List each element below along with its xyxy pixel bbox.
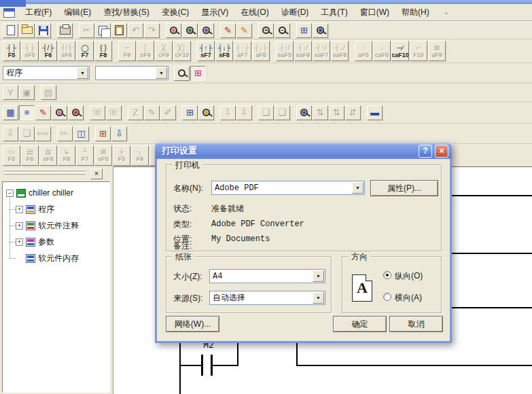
portrait-label[interactable]: 纵向(O) [395,270,423,282]
data-name-combo[interactable]: ▼ [95,66,169,80]
panel-grip[interactable] [4,173,86,175]
tree-item-label[interactable]: 参数 [38,236,54,248]
expand-icon[interactable]: + [16,222,23,230]
device-edit-find-button[interactable] [68,105,84,120]
cancel-button[interactable]: 取消 [389,316,443,332]
tree-sort-down-button[interactable]: ⇩ [111,126,127,141]
tree-item-row-4[interactable]: 软元件内存 [16,251,79,265]
orientation-group: 方向 A 纵向(O) 横向(A) [342,256,442,313]
comment-display-button[interactable]: ⊞ [296,23,312,38]
save-project-button[interactable] [35,23,51,38]
rising-pulse-button[interactable]: ┤↑├sF7 [197,41,215,61]
menu-6[interactable]: 在线(O) [234,5,274,20]
print-button[interactable] [57,23,73,38]
find-device-button[interactable] [182,23,198,38]
sfc-jump-key-label: F8 [63,156,71,162]
dialog-titlebar[interactable]: 打印设置 ? × [155,143,452,159]
open-contact-button[interactable]: ┤├F5 [3,41,20,61]
chevron-down-icon[interactable]: ▼ [156,67,167,79]
list-view-button[interactable]: ≡ [19,105,35,120]
expand-icon[interactable]: + [16,206,23,213]
down-convert-icon: ↓ [380,44,384,52]
tree-item-label[interactable]: 软元件注释 [38,220,79,232]
tree-item-label[interactable]: 软元件内存 [38,253,79,264]
status-bar-monitor-button[interactable]: ▬ [367,105,383,120]
window-tile-icon: ❏ [262,108,270,117]
zoom-out-button[interactable]: − [274,23,290,38]
menu-2[interactable]: 编辑(E) [58,5,97,20]
monitor-write-mode-button[interactable]: ✎ [236,23,252,38]
tree-item-row-2[interactable]: +软元件注释 [16,219,79,232]
device-batch-monitor-button[interactable]: ⊞ [182,105,198,120]
falling-pulse-button[interactable]: ┤↓├sF8 [215,41,233,61]
menu-8[interactable]: 工具(T) [315,5,353,20]
device-test-grid-button[interactable]: ⊞ [95,126,111,141]
properties-button[interactable]: 属性(P)... [370,180,438,196]
ladder-wire [296,343,298,366]
write-mode-icon: ✎ [224,26,232,35]
network-button[interactable]: 网络(W)... [166,316,219,332]
landscape-radio[interactable] [383,293,391,301]
open-project-button[interactable] [19,23,35,38]
child-window-icon[interactable] [3,8,15,18]
falling-pulse-branch-key-label: aF8 [255,52,266,58]
closed-contact-button[interactable]: ┤/├F6 [39,41,57,61]
printer-name-combo[interactable]: Adobe PDF ▼ [211,181,365,195]
tree-root-label[interactable]: chiller chiller [29,188,73,198]
paper-size-combo[interactable]: A4 ▼ [209,269,325,283]
new-data-button[interactable] [174,66,190,81]
ladder-view-button[interactable]: ▦ [3,105,18,120]
menu-4[interactable]: 变换(C) [156,5,196,20]
menu-3[interactable]: 查找/替换(S) [97,5,155,20]
device-find-button[interactable] [52,105,67,120]
monitor-start-button[interactable] [296,105,312,120]
circuit-monitor-button[interactable] [313,23,328,38]
project-tree[interactable]: −chiller chiller+程序+软元件注释+参数软元件内存 [2,181,110,393]
copy-button[interactable] [95,23,111,38]
project-tree-toggle-button[interactable]: ⊞ [190,66,206,81]
panel-close-button[interactable]: × [90,168,103,179]
data-type-combo[interactable]: 程序 ▼ [3,66,90,80]
block-display-button[interactable]: ◫ [73,126,89,141]
panel-grip[interactable] [4,169,86,171]
tree-item-row-3[interactable]: +参数 [16,235,54,249]
menu-1[interactable]: 工程(F) [19,5,58,20]
register-monitor-3-icon: ⇵ [349,108,357,117]
new-project-button[interactable] [3,23,18,38]
application-instruction-icon: { } [100,44,106,52]
portrait-radio[interactable] [383,271,391,279]
chevron-down-icon[interactable]: ▼ [313,292,324,304]
comment-edit-button[interactable]: ✎ [35,105,51,120]
invert-operation-button[interactable]: ─∕caF10 [391,41,409,61]
horizontal-write-button: ⌐F10 [410,41,427,61]
rising-pulse-branch-icon: ┤↑├ [236,44,249,52]
application-instruction-button[interactable]: { }F8 [94,41,112,61]
sfc-transition-button: ⊠sF5 [94,145,112,166]
window-edit-icon: ▣ [22,88,31,97]
expand-icon[interactable]: + [16,238,23,246]
tree-item-label[interactable]: 程序 [38,204,54,215]
dialog-help-button[interactable]: ? [419,145,432,158]
tree-connector [10,242,16,243]
chevron-down-icon[interactable]: ▼ [352,182,363,194]
ok-button[interactable]: 确定 [333,316,387,332]
menu-7[interactable]: 诊断(D) [275,5,315,20]
landscape-label[interactable]: 横向(A) [395,292,422,304]
write-mode-button[interactable]: ✎ [220,23,236,38]
monitor-condition-button[interactable] [198,105,214,120]
dialog-close-button[interactable]: × [435,145,448,158]
sfc-selection-button: ┼F5 [113,145,130,166]
zoom-in-button[interactable]: + [258,23,274,38]
tree-item-row-1[interactable]: +程序 [16,202,54,216]
chevron-down-icon[interactable]: ▼ [77,67,88,79]
find-circuit-button[interactable] [166,23,181,38]
menu-10[interactable]: 帮助(H) [395,5,436,20]
invert-operation-icon: ─∕ [397,44,404,52]
find-string-button[interactable] [198,23,214,38]
paper-source-combo[interactable]: 自动选择 ▼ [209,291,325,305]
coil-button[interactable]: ◯F7 [76,41,94,61]
chevron-down-icon[interactable]: ▼ [313,270,324,282]
tree-root-row[interactable]: −chiller chiller [6,186,73,200]
menu-9[interactable]: 窗口(W) [354,5,395,20]
menu-5[interactable]: 显示(V) [195,5,234,20]
